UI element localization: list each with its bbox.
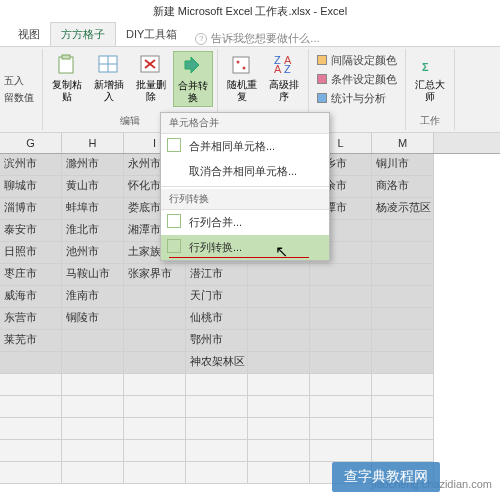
cell[interactable]: 蚌埠市 [62,198,124,220]
cell[interactable]: 鄂州市 [186,330,248,352]
col-header[interactable]: G [0,133,62,153]
cell[interactable] [124,440,186,462]
cell[interactable] [186,396,248,418]
cell[interactable]: 滁州市 [62,154,124,176]
copy-paste-button[interactable]: 复制粘贴 [47,51,87,105]
cell[interactable]: 张家界市 [124,264,186,286]
menu-unmerge-same[interactable]: 取消合并相同单元格... [161,159,329,184]
cell[interactable]: 黄山市 [62,176,124,198]
cell[interactable] [248,308,310,330]
cell[interactable] [186,440,248,462]
cell[interactable] [62,374,124,396]
tell-me[interactable]: ? 告诉我您想要做什么... [187,31,319,46]
cell[interactable] [372,440,434,462]
cell[interactable]: 淄博市 [0,198,62,220]
cell[interactable] [124,374,186,396]
cell[interactable] [0,418,62,440]
cell[interactable] [248,440,310,462]
cell[interactable] [124,418,186,440]
cell[interactable]: 神农架林区 [186,352,248,374]
cell[interactable] [124,330,186,352]
cell[interactable]: 仙桃市 [186,308,248,330]
cell[interactable] [248,330,310,352]
cell[interactable] [248,462,310,484]
condition-color-button[interactable]: 条件设定颜色 [313,70,401,88]
cell[interactable] [372,308,434,330]
cell[interactable] [310,352,372,374]
cell[interactable] [186,418,248,440]
cell[interactable]: 商洛市 [372,176,434,198]
summary-master-button[interactable]: Σ 汇总大师 [410,51,450,105]
advanced-sort-button[interactable]: ZAAZ 高级排序 [264,51,304,105]
cell[interactable] [124,462,186,484]
cell[interactable] [310,396,372,418]
cell[interactable] [0,352,62,374]
cell[interactable] [372,374,434,396]
cell[interactable] [62,418,124,440]
cell[interactable] [248,264,310,286]
cell[interactable]: 淮北市 [62,220,124,242]
left-text-1[interactable]: 五入 [0,73,38,89]
cell[interactable] [124,352,186,374]
cell[interactable] [372,286,434,308]
cell[interactable] [0,462,62,484]
merge-convert-button[interactable]: 合并转换 [173,51,213,107]
menu-rowcol-convert[interactable]: 行列转换... [161,235,329,260]
cell[interactable] [62,462,124,484]
cell[interactable]: 泰安市 [0,220,62,242]
random-repeat-button[interactable]: 随机重复 [222,51,262,105]
cell[interactable] [0,374,62,396]
cell[interactable] [248,352,310,374]
cell[interactable]: 铜川市 [372,154,434,176]
cell[interactable]: 莱芜市 [0,330,62,352]
batch-delete-button[interactable]: 批量删除 [131,51,171,105]
cell[interactable] [248,286,310,308]
cell[interactable]: 东营市 [0,308,62,330]
cell[interactable] [310,374,372,396]
cell[interactable] [372,242,434,264]
cell[interactable] [62,352,124,374]
cell[interactable] [248,396,310,418]
cell[interactable] [310,308,372,330]
cell[interactable] [0,440,62,462]
cell[interactable] [0,396,62,418]
cell[interactable]: 铜陵市 [62,308,124,330]
cell[interactable] [124,308,186,330]
cell[interactable] [310,264,372,286]
cell[interactable] [372,264,434,286]
cell[interactable]: 马鞍山市 [62,264,124,286]
cell[interactable] [62,396,124,418]
insert-button[interactable]: 新增插入 [89,51,129,105]
cell[interactable] [372,330,434,352]
cell[interactable] [372,418,434,440]
cell[interactable]: 日照市 [0,242,62,264]
cell[interactable]: 枣庄市 [0,264,62,286]
tab-diy[interactable]: DIY工具箱 [116,23,187,46]
menu-merge-same[interactable]: 合并相同单元格... [161,134,329,159]
cell[interactable]: 淮南市 [62,286,124,308]
cell[interactable]: 杨凌示范区 [372,198,434,220]
cell[interactable] [310,330,372,352]
cell[interactable] [248,418,310,440]
cell[interactable] [62,440,124,462]
cell[interactable] [186,374,248,396]
cell[interactable]: 滨州市 [0,154,62,176]
cell[interactable] [310,440,372,462]
cell[interactable]: 天门市 [186,286,248,308]
interval-color-button[interactable]: 间隔设定颜色 [313,51,401,69]
cell[interactable] [124,286,186,308]
cell[interactable]: 聊城市 [0,176,62,198]
cell[interactable] [372,352,434,374]
cell[interactable]: 威海市 [0,286,62,308]
cell[interactable] [372,220,434,242]
menu-rowcol-merge[interactable]: 行列合并... [161,210,329,235]
cell[interactable] [310,286,372,308]
cell[interactable] [248,374,310,396]
col-header[interactable]: M [372,133,434,153]
cell[interactable]: 池州市 [62,242,124,264]
cell[interactable] [124,396,186,418]
col-header[interactable]: H [62,133,124,153]
cell[interactable] [62,330,124,352]
cell[interactable] [186,462,248,484]
stats-analysis-button[interactable]: 统计与分析 [313,89,401,107]
